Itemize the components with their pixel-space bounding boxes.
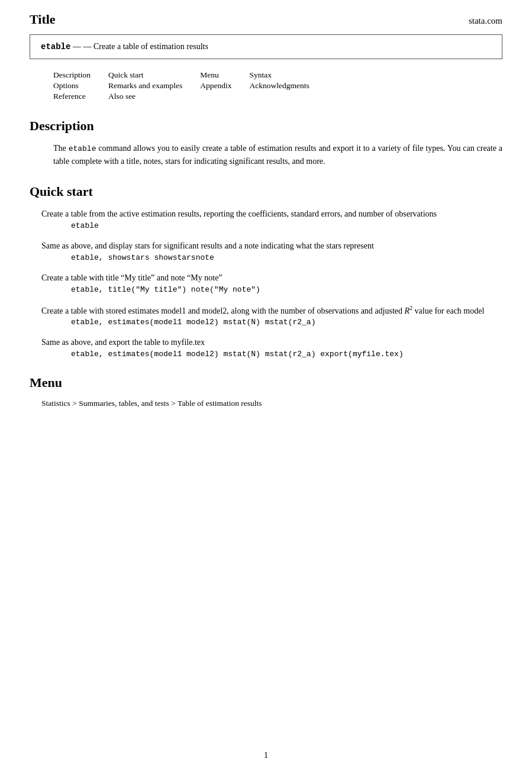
description-section: Description The etable command allows yo… <box>30 118 502 167</box>
title-box: etable — — Create a table of estimation … <box>30 34 502 59</box>
quick-start-heading: Quick start <box>30 184 502 199</box>
list-item: Create a table from the active estimatio… <box>41 208 502 230</box>
list-item: Create a table with title “My title” and… <box>41 272 502 294</box>
gt-2: > <box>171 399 178 408</box>
item-desc-4: Create a table with stored estimates mod… <box>41 304 502 317</box>
item-code-4: etable, estimates(model1 model2) mstat(N… <box>71 318 502 327</box>
r-squared-italic: R <box>405 306 410 315</box>
nav-options[interactable]: Options <box>53 81 79 90</box>
description-paragraph: The etable command allows you to easily … <box>53 142 502 167</box>
list-item: Create a table with stored estimates mod… <box>41 304 502 327</box>
list-item: Same as above, and display stars for sig… <box>41 240 502 262</box>
nav-appendix[interactable]: Appendix <box>200 81 231 90</box>
gt-1: > <box>72 399 79 408</box>
summaries-label: Summaries, tables, and tests <box>79 399 169 408</box>
item-code-3: etable, title("My title") note("My note"… <box>71 285 502 294</box>
item-code-1: etable <box>71 221 502 230</box>
item-code-2: etable, showstars showstarsnote <box>71 253 502 262</box>
table-label: Table of estimation results <box>178 399 262 408</box>
etable-code-desc: etable <box>69 144 96 153</box>
quick-start-section: Quick start Create a table from the acti… <box>30 184 502 359</box>
page-header: Title stata.com <box>30 12 502 27</box>
title-box-command: etable <box>41 42 70 51</box>
description-heading: Description <box>30 118 502 134</box>
page-number: 1 <box>264 751 268 760</box>
menu-path: Statistics > Summaries, tables, and test… <box>41 399 502 408</box>
nav-acknowledgments[interactable]: Acknowledgments <box>249 81 309 90</box>
list-item: Same as above, and export the table to m… <box>41 336 502 359</box>
item-desc-3: Create a table with title “My title” and… <box>41 272 502 284</box>
menu-section: Menu Statistics > Summaries, tables, and… <box>30 375 502 408</box>
nav-quick-start[interactable]: Quick start <box>108 70 144 79</box>
nav-reference[interactable]: Reference <box>53 92 86 101</box>
page-title: Title <box>30 12 56 27</box>
statistics-label: Statistics <box>41 399 70 408</box>
title-box-separator: — <box>73 42 81 51</box>
menu-heading: Menu <box>30 375 502 390</box>
item-code-5: etable, estimates(model1 model2) mstat(N… <box>71 350 502 359</box>
nav-description[interactable]: Description <box>53 70 91 79</box>
nav-remarks[interactable]: Remarks and examples <box>108 81 182 90</box>
nav-syntax[interactable]: Syntax <box>249 70 272 79</box>
nav-menu[interactable]: Menu <box>200 70 219 79</box>
item-desc-5: Same as above, and export the table to m… <box>41 336 502 348</box>
stata-logo: stata.com <box>469 16 502 26</box>
nav-also-see[interactable]: Also see <box>108 92 136 101</box>
item-desc-1: Create a table from the active estimatio… <box>41 208 502 220</box>
title-box-description: — Create a table of estimation results <box>83 42 208 51</box>
item-desc-2: Same as above, and display stars for sig… <box>41 240 502 252</box>
nav-table: Description Quick start Menu Syntax Opti… <box>30 70 502 102</box>
